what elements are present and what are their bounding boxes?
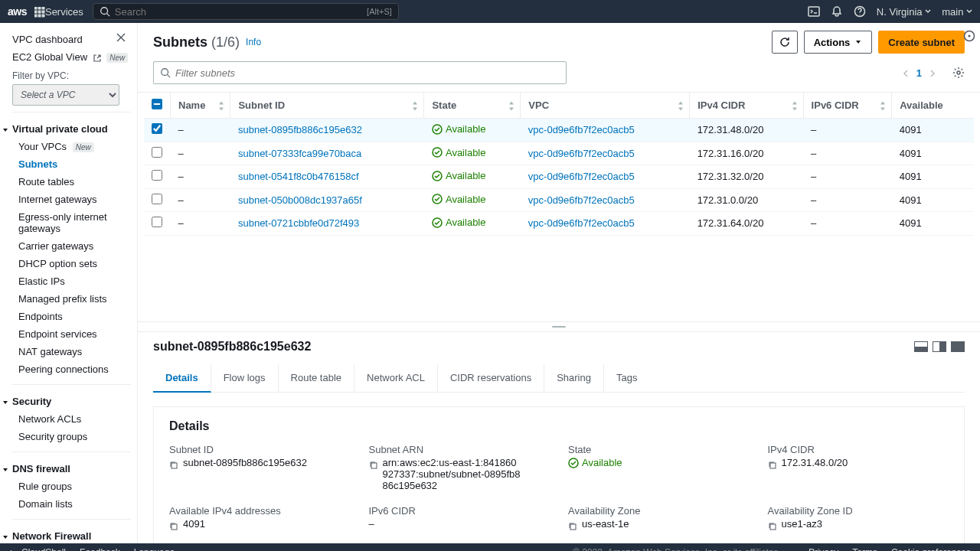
footer-cloudshell[interactable]: CloudShell [9, 547, 66, 551]
footer-language[interactable]: Language [134, 547, 175, 551]
sidebar-section-network-firewall[interactable]: Network Firewall [12, 524, 137, 543]
vpc-link[interactable]: vpc-0d9e6fb7f2ec0acb5 [528, 217, 635, 229]
table-settings-icon[interactable] [952, 67, 965, 80]
close-sidebar-icon[interactable] [116, 31, 126, 43]
row-checkbox[interactable] [152, 123, 162, 134]
row-checkbox[interactable] [152, 194, 162, 204]
subnet-id-link[interactable]: subnet-0541f8c0b476158cf [238, 171, 359, 182]
select-all-checkbox[interactable] [152, 99, 162, 109]
vpc-link[interactable]: vpc-0d9e6fb7f2ec0acb5 [528, 124, 635, 135]
cell-ipv6: – [803, 235, 892, 237]
region-selector[interactable]: N. Virginia [877, 6, 931, 18]
sidebar-elastic-ips[interactable]: Elastic IPs [12, 272, 137, 290]
notifications-icon[interactable] [831, 5, 843, 18]
copy-icon[interactable] [568, 520, 577, 531]
cloudshell-icon[interactable] [808, 5, 820, 18]
sidebar-rule-groups[interactable]: Rule groups [12, 478, 137, 495]
footer-feedback[interactable]: Feedback [80, 547, 120, 551]
col-subnet-id[interactable]: Subnet ID [230, 93, 424, 119]
col-state[interactable]: State [424, 93, 521, 119]
vpc-link[interactable]: vpc-0d9e6fb7f2ec0acb5 [528, 171, 635, 182]
footer-privacy[interactable]: Privacy [808, 547, 838, 551]
sidebar-section-security[interactable]: Security [12, 390, 137, 410]
sidebar-managed-prefix-lists[interactable]: Managed prefix lists [12, 290, 137, 308]
services-menu[interactable]: Services [45, 6, 83, 18]
global-search-input[interactable] [115, 6, 367, 18]
prev-page-icon[interactable] [901, 67, 910, 79]
subnet-id-link[interactable]: subnet-0895fb886c195e632 [238, 124, 362, 135]
sidebar-peering-connections[interactable]: Peering connections [12, 360, 137, 378]
refresh-button[interactable] [772, 31, 798, 54]
copy-icon[interactable] [169, 458, 178, 470]
grid-icon[interactable] [34, 5, 45, 18]
copy-icon[interactable] [768, 520, 777, 531]
sidebar-endpoints[interactable]: Endpoints [12, 308, 137, 325]
panel-resize-handle[interactable] [138, 321, 980, 331]
col-ipv6-cidr[interactable]: IPv6 CIDR [803, 93, 892, 119]
subnet-id-link[interactable]: subnet-07333fca99e70baca [238, 148, 361, 159]
filter-subnets-input[interactable] [153, 61, 567, 84]
global-search[interactable]: [Alt+S] [93, 3, 399, 20]
sidebar-endpoint-services[interactable]: Endpoint services [12, 325, 137, 343]
footer-cookie-prefs[interactable]: Cookie preferences [891, 547, 971, 551]
row-checkbox[interactable] [152, 170, 162, 181]
copy-icon[interactable] [369, 458, 378, 470]
sidebar-section-dns-firewall[interactable]: DNS firewall [12, 457, 137, 478]
view-horizontal-icon[interactable] [933, 341, 946, 352]
table-row[interactable]: – subnet-07333fca99e70baca Available vpc… [144, 142, 974, 165]
help-panel-icon[interactable] [963, 29, 975, 42]
sidebar-security-groups[interactable]: Security groups [12, 428, 137, 445]
caret-down-icon [2, 396, 9, 407]
sidebar-network-acls[interactable]: Network ACLs [12, 410, 137, 428]
tab-cidr-reservations[interactable]: CIDR reservations [438, 364, 544, 392]
row-checkbox[interactable] [152, 217, 162, 227]
tab-details[interactable]: Details [153, 364, 211, 393]
sidebar-your-vpcs[interactable]: Your VPCs New [12, 138, 137, 155]
sidebar-dhcp-option-sets[interactable]: DHCP option sets [12, 255, 137, 272]
subnet-id-link[interactable]: subnet-050b008dc1937a65f [238, 194, 362, 206]
footer-terms[interactable]: Terms [852, 547, 877, 551]
col-ipv4-cidr[interactable]: IPv4 CIDR [690, 93, 803, 119]
sidebar-carrier-gateways[interactable]: Carrier gateways [12, 237, 137, 255]
col-vpc[interactable]: VPC [521, 93, 690, 119]
field-availability-zone-id: Availability Zone ID use1-az3 [768, 505, 949, 531]
view-split-icon[interactable] [914, 341, 928, 352]
view-full-icon[interactable] [951, 341, 965, 352]
info-link[interactable]: Info [246, 37, 261, 47]
col-name[interactable]: Name [171, 93, 230, 119]
account-selector[interactable]: main [942, 6, 972, 18]
filter-subnets-text[interactable] [175, 67, 560, 79]
help-icon[interactable] [854, 5, 866, 18]
tab-network-acl[interactable]: Network ACL [354, 364, 438, 392]
vpc-link[interactable]: vpc-0d9e6fb7f2ec0acb5 [528, 194, 635, 206]
sidebar-route-tables[interactable]: Route tables [12, 173, 137, 191]
sidebar-section-vpc[interactable]: Virtual private cloud [12, 117, 137, 138]
sidebar-nat-gateways[interactable]: NAT gateways [12, 343, 137, 360]
cell-ipv4: 172.31.16.0/20 [690, 142, 803, 165]
table-row[interactable]: – subnet-0156b01d729fced69 Available vpc… [144, 235, 974, 237]
next-page-icon[interactable] [928, 67, 937, 79]
tab-tags[interactable]: Tags [604, 364, 649, 392]
sidebar-ec2-global-view[interactable]: EC2 Global View New [12, 48, 137, 66]
table-row[interactable]: – subnet-0541f8c0b476158cf Available vpc… [144, 165, 974, 189]
subnet-id-link[interactable]: subnet-0721cbbfe0d72f493 [238, 217, 359, 229]
sidebar-egress-only-igw[interactable]: Egress-only internet gateways [12, 208, 137, 237]
table-row[interactable]: – subnet-0721cbbfe0d72f493 Available vpc… [144, 212, 974, 236]
row-checkbox[interactable] [152, 147, 162, 158]
table-row[interactable]: – subnet-050b008dc1937a65f Available vpc… [144, 188, 974, 212]
copy-icon[interactable] [169, 520, 178, 531]
col-available[interactable]: Available [892, 93, 974, 119]
vpc-link[interactable]: vpc-0d9e6fb7f2ec0acb5 [528, 148, 635, 159]
actions-button[interactable]: Actions [804, 31, 873, 54]
table-row[interactable]: – subnet-0895fb886c195e632 Available vpc… [144, 119, 974, 142]
sidebar-internet-gateways[interactable]: Internet gateways [12, 191, 137, 208]
copy-icon[interactable] [768, 458, 777, 470]
sidebar-domain-lists[interactable]: Domain lists [12, 495, 137, 513]
tab-sharing[interactable]: Sharing [544, 364, 604, 392]
tab-flow-logs[interactable]: Flow logs [211, 364, 279, 392]
sidebar-subnets[interactable]: Subnets [12, 155, 137, 173]
create-subnet-button[interactable]: Create subnet [878, 31, 965, 54]
tab-route-table[interactable]: Route table [279, 364, 355, 392]
filter-vpc-select[interactable]: Select a VPC [12, 84, 119, 106]
aws-logo[interactable]: aws [8, 5, 27, 18]
